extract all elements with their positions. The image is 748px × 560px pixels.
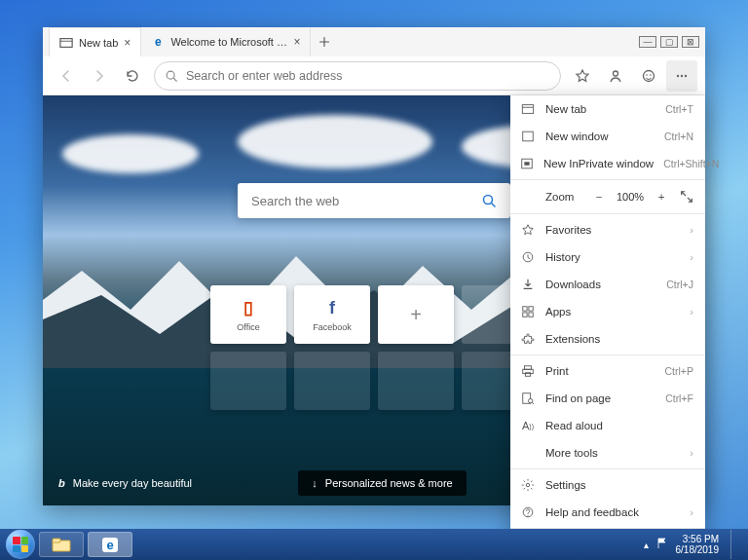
menu-extensions[interactable]: Extensions <box>510 325 705 353</box>
find-icon <box>520 391 536 406</box>
svg-point-27 <box>528 398 532 402</box>
ntp-search-button[interactable] <box>475 187 503 214</box>
personalized-news-button[interactable]: ↓ Personalized news & more <box>298 470 466 496</box>
new-window-icon <box>520 129 536 144</box>
bing-icon: b <box>58 477 65 489</box>
menu-read-aloud[interactable]: A)) Read aloud <box>510 412 705 439</box>
quick-link-tiles: ▯ Office f Facebook + <box>210 285 538 344</box>
star-icon <box>520 222 536 238</box>
tile-facebook[interactable]: f Facebook <box>294 285 370 344</box>
menu-label: Read aloud <box>545 420 693 431</box>
refresh-button[interactable] <box>117 60 148 92</box>
menu-print[interactable]: Print Ctrl+P <box>510 357 705 385</box>
chevron-right-icon: › <box>690 224 693 236</box>
feedback-button[interactable] <box>633 60 664 92</box>
menu-downloads[interactable]: Downloads Ctrl+J <box>510 271 705 298</box>
menu-shortcut: Ctrl+T <box>665 103 693 115</box>
apps-icon <box>520 304 536 319</box>
cloud-decoration <box>238 115 432 168</box>
svg-line-12 <box>492 204 496 207</box>
ntp-search-input[interactable] <box>251 194 475 208</box>
menu-label: Downloads <box>545 279 656 290</box>
forward-button[interactable] <box>84 60 115 92</box>
minimize-button[interactable]: — <box>639 36 656 48</box>
menu-more-tools[interactable]: More tools › <box>510 439 705 467</box>
new-tab-icon <box>520 101 536 117</box>
tab-newtab[interactable]: New tab × <box>49 27 141 56</box>
taskbar-edge-button[interactable]: e <box>88 532 132 557</box>
facebook-icon: f <box>329 298 335 318</box>
menu-help[interactable]: Help and feedback › <box>510 499 705 526</box>
chevron-right-icon: › <box>690 447 693 459</box>
svg-point-31 <box>527 515 528 516</box>
profile-button[interactable] <box>600 60 631 92</box>
show-desktop-button[interactable] <box>730 530 742 559</box>
arrow-down-icon: ↓ <box>312 477 318 489</box>
caption-text: Make every day beautiful <box>73 477 192 489</box>
menu-label: Apps <box>545 306 680 317</box>
close-window-button[interactable]: ⊠ <box>682 36 699 48</box>
taskbar-clock[interactable]: 3:56 PM 6/18/2019 <box>676 534 724 555</box>
tab-close-icon[interactable]: × <box>124 36 131 50</box>
menu-find[interactable]: Find on page Ctrl+F <box>510 385 705 412</box>
blank-icon <box>520 445 536 461</box>
svg-point-10 <box>685 74 687 76</box>
menu-apps[interactable]: Apps › <box>510 298 705 325</box>
menu-label: History <box>545 251 680 263</box>
svg-rect-20 <box>529 307 533 311</box>
tab-label: New tab <box>79 37 118 49</box>
clock-time: 3:56 PM <box>676 534 720 544</box>
print-icon <box>520 363 536 379</box>
history-icon <box>520 249 536 265</box>
menu-shortcut: Ctrl+N <box>664 131 693 142</box>
tile-office[interactable]: ▯ Office <box>210 285 286 344</box>
tray-flag-icon[interactable] <box>656 538 668 551</box>
plus-icon: + <box>410 304 422 326</box>
menu-label: New InPrivate window <box>543 158 654 169</box>
menu-shortcut: Ctrl+J <box>666 279 693 290</box>
zoom-out-button[interactable]: − <box>586 185 612 208</box>
taskbar-explorer-button[interactable] <box>39 532 84 557</box>
favorite-button[interactable] <box>567 60 598 92</box>
gear-icon <box>520 477 536 493</box>
clock-date: 6/18/2019 <box>676 544 720 555</box>
maximize-button[interactable]: ▢ <box>660 36 678 48</box>
menu-history[interactable]: History › <box>510 243 705 271</box>
new-tab-button[interactable] <box>311 27 338 56</box>
office-icon: ▯ <box>243 297 253 318</box>
menu-new-tab[interactable]: New tab Ctrl+T <box>510 95 705 123</box>
window-controls: — ▢ ⊠ <box>633 27 705 56</box>
menu-new-inprivate[interactable]: New InPrivate window Ctrl+Shift+N <box>510 150 705 177</box>
make-every-day-caption[interactable]: b Make every day beautiful <box>58 477 192 489</box>
tray-chevron-icon[interactable]: ▴ <box>644 540 649 550</box>
settings-more-button[interactable] <box>666 60 697 92</box>
extensions-icon <box>520 331 536 347</box>
menu-settings[interactable]: Settings <box>510 471 705 499</box>
menu-separator <box>510 213 705 214</box>
tile-placeholder <box>378 352 454 410</box>
tab-welcome[interactable]: e Welcome to Microsoft Edge Ca × <box>141 27 311 56</box>
menu-label: New window <box>545 131 654 142</box>
ntp-search-box[interactable] <box>238 183 510 218</box>
menu-shortcut: Ctrl+F <box>665 392 693 404</box>
taskbar: e ▴ 3:56 PM 6/18/2019 <box>0 529 748 560</box>
menu-new-window[interactable]: New window Ctrl+N <box>510 123 705 150</box>
svg-rect-33 <box>53 539 60 542</box>
start-button[interactable] <box>6 530 35 559</box>
menu-label: More tools <box>545 447 680 459</box>
fullscreen-button[interactable] <box>674 190 699 204</box>
back-button[interactable] <box>51 60 82 92</box>
tile-placeholder <box>210 352 286 410</box>
zoom-in-button[interactable]: + <box>649 185 674 208</box>
svg-rect-15 <box>523 131 534 141</box>
menu-favorites[interactable]: Favorites › <box>510 216 705 243</box>
tab-close-icon[interactable]: × <box>293 35 300 49</box>
menu-shortcut: Ctrl+P <box>665 365 693 377</box>
tile-label: Facebook <box>313 322 352 332</box>
tile-add[interactable]: + <box>378 285 454 344</box>
menu-separator <box>510 355 705 355</box>
svg-point-6 <box>646 74 648 76</box>
address-bar[interactable] <box>154 61 561 91</box>
address-input[interactable] <box>186 69 550 83</box>
cloud-decoration <box>62 134 199 173</box>
